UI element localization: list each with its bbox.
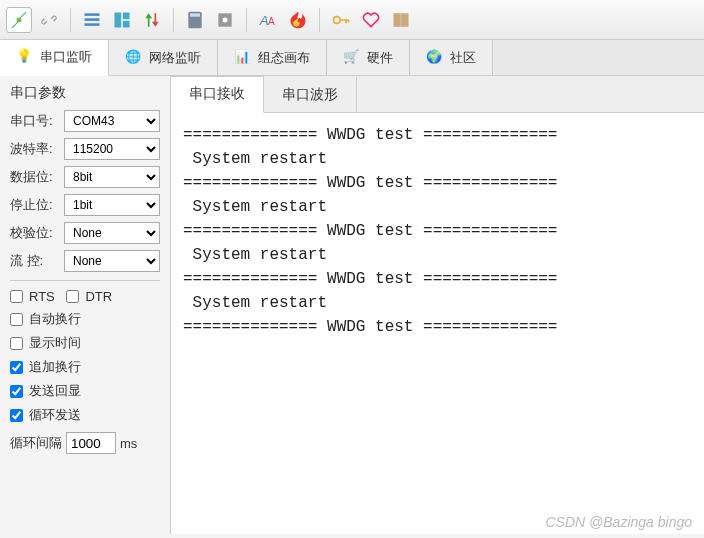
svg-text:A: A <box>268 16 275 27</box>
key-icon[interactable] <box>328 7 354 33</box>
data-label: 数据位: <box>10 168 60 186</box>
divider <box>10 280 160 281</box>
rts-label: RTS <box>29 289 55 304</box>
echo-label: 发送回显 <box>29 382 81 400</box>
loop-check[interactable] <box>10 409 23 422</box>
sidebar: 串口参数 串口号:COM43 波特率:115200 数据位:8bit 停止位:1… <box>0 76 170 534</box>
separator <box>173 8 174 32</box>
dtr-check[interactable] <box>66 290 79 303</box>
inner-tabs: 串口接收 串口波形 <box>171 76 704 113</box>
font-icon[interactable]: AA <box>255 7 281 33</box>
stop-label: 停止位: <box>10 196 60 214</box>
main-tabs: 💡串口监听 🌐网络监听 📊组态画布 🛒硬件 🌍社区 <box>0 40 704 76</box>
svg-rect-2 <box>85 18 100 21</box>
svg-rect-6 <box>123 20 130 27</box>
baud-label: 波特率: <box>10 140 60 158</box>
inner-tab-receive[interactable]: 串口接收 <box>171 76 264 113</box>
plug-icon[interactable] <box>6 7 32 33</box>
calc-icon[interactable] <box>182 7 208 33</box>
layout-icon[interactable] <box>109 7 135 33</box>
svg-rect-4 <box>115 12 122 27</box>
tab-label: 硬件 <box>367 49 393 67</box>
tab-hardware[interactable]: 🛒硬件 <box>327 40 410 75</box>
stop-select[interactable]: 1bit <box>64 194 160 216</box>
dtr-label: DTR <box>85 289 112 304</box>
baud-select[interactable]: 115200 <box>64 138 160 160</box>
tab-label: 社区 <box>450 49 476 67</box>
autowrap-check[interactable] <box>10 313 23 326</box>
interval-input[interactable] <box>66 432 116 454</box>
appendnl-check[interactable] <box>10 361 23 374</box>
cart-icon: 🛒 <box>343 49 361 67</box>
showtime-label: 显示时间 <box>29 334 81 352</box>
flame-icon[interactable] <box>285 7 311 33</box>
separator <box>246 8 247 32</box>
content: 串口接收 串口波形 ============== WWDG test =====… <box>170 76 704 534</box>
separator <box>70 8 71 32</box>
showtime-check[interactable] <box>10 337 23 350</box>
tab-network[interactable]: 🌐网络监听 <box>109 40 218 75</box>
inner-tab-wave[interactable]: 串口波形 <box>264 76 357 112</box>
svg-text:A: A <box>259 13 269 28</box>
chart-icon: 📊 <box>234 49 252 67</box>
data-select[interactable]: 8bit <box>64 166 160 188</box>
svg-point-0 <box>17 17 22 22</box>
terminal-output: ============== WWDG test ============== … <box>171 113 704 534</box>
tab-serial[interactable]: 💡串口监听 <box>0 40 109 76</box>
config-icon[interactable] <box>212 7 238 33</box>
community-icon: 🌍 <box>426 49 444 67</box>
globe-icon: 🌐 <box>125 49 143 67</box>
parity-select[interactable]: None <box>64 222 160 244</box>
autowrap-label: 自动换行 <box>29 310 81 328</box>
svg-rect-8 <box>190 13 200 16</box>
appendnl-label: 追加换行 <box>29 358 81 376</box>
interval-unit: ms <box>120 436 137 451</box>
svg-rect-5 <box>123 12 130 19</box>
port-label: 串口号: <box>10 112 60 130</box>
sort-icon[interactable] <box>139 7 165 33</box>
book-icon[interactable] <box>388 7 414 33</box>
toolbar: AA <box>0 0 704 40</box>
port-select[interactable]: COM43 <box>64 110 160 132</box>
rts-check[interactable] <box>10 290 23 303</box>
svg-rect-1 <box>85 13 100 16</box>
tab-community[interactable]: 🌍社区 <box>410 40 493 75</box>
tab-canvas[interactable]: 📊组态画布 <box>218 40 327 75</box>
heart-icon[interactable] <box>358 7 384 33</box>
sidebar-title: 串口参数 <box>10 84 160 102</box>
echo-check[interactable] <box>10 385 23 398</box>
loop-label: 循环发送 <box>29 406 81 424</box>
link-break-icon[interactable] <box>36 7 62 33</box>
flow-select[interactable]: None <box>64 250 160 272</box>
bulb-icon: 💡 <box>16 48 34 66</box>
main-area: 串口参数 串口号:COM43 波特率:115200 数据位:8bit 停止位:1… <box>0 76 704 534</box>
list-icon[interactable] <box>79 7 105 33</box>
watermark: CSDN @Bazinga bingo <box>545 514 692 530</box>
tab-label: 串口监听 <box>40 48 92 66</box>
svg-point-13 <box>334 16 341 23</box>
tab-label: 网络监听 <box>149 49 201 67</box>
interval-label: 循环间隔 <box>10 434 62 452</box>
svg-rect-3 <box>85 23 100 26</box>
flow-label: 流 控: <box>10 252 60 270</box>
parity-label: 校验位: <box>10 224 60 242</box>
svg-point-10 <box>223 17 228 22</box>
separator <box>319 8 320 32</box>
tab-label: 组态画布 <box>258 49 310 67</box>
